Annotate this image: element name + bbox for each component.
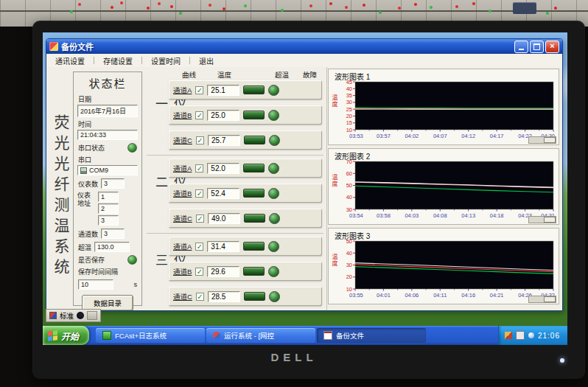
close-button[interactable] [545,41,559,53]
chart-scrollbar[interactable] [528,216,556,223]
date-value: 2016年7月16日 [77,105,138,117]
waveform-chart-1: 101520253035404503:5303:5704:0204:0704:1… [336,79,556,139]
taskbar-task-backup-file[interactable]: 备份文件 [317,328,426,343]
tray-language-icon[interactable] [505,332,512,339]
time-value: 21:04:33 [77,130,138,140]
menu-set-time[interactable]: 设置时间 [142,55,189,66]
svg-text:04:13: 04:13 [461,212,475,219]
window-content: 荧光光纤测温系统 状态栏 日期 2016年7月16日 时间 21:04:33 串… [46,67,562,310]
channel-label: 通道A [173,163,192,173]
channel-label: 通道B [173,266,192,276]
overtemp-led [243,242,265,251]
meter-address-label: 仪表地址 [77,192,94,226]
system-tray: 21:06 [498,326,567,345]
fault-led [268,266,279,277]
overtemp-threshold-input[interactable]: 130.0 [94,242,130,252]
minimize-button[interactable] [514,41,528,53]
overtemp-led [243,267,265,276]
channel-checkbox[interactable]: ✓ [196,215,204,223]
channel-row: 通道A ✓ 31.4 [169,237,322,256]
channel-count-input[interactable]: 3 [101,229,125,239]
svg-text:50: 50 [346,182,352,189]
screen: 备份文件 通讯设置 存储设置 设置时间 退出 [43,32,567,345]
overtemp-led [243,86,265,94]
tray-volume-icon[interactable] [528,332,534,338]
instrument-group-1: 仪表一 通道A ✓ 25.1 通道B ✓ 25.0 [144,79,326,153]
svg-text:04:06: 04:06 [405,292,419,299]
status-panel: 状态栏 日期 2016年7月16日 时间 21:04:33 串口状态 串口 CO… [73,72,142,306]
meter-address-input-3[interactable]: 3 [98,215,119,226]
header-curve: 曲线 [182,69,196,80]
meter-address-input-2[interactable]: 2 [98,203,119,214]
channel-checkbox[interactable]: ✓ [195,111,203,119]
menu-exit[interactable]: 退出 [190,55,223,66]
svg-text:04:03: 04:03 [405,212,419,219]
channel-label: 通道C [173,135,192,145]
meter-address-input-1[interactable]: 1 [98,192,119,202]
svg-text:20: 20 [346,273,352,280]
svg-text:03:58: 03:58 [377,212,391,219]
serial-status-led [127,143,137,153]
backup-file-icon [323,331,332,340]
svg-text:04:08: 04:08 [433,212,447,219]
maximize-button[interactable] [530,41,544,53]
svg-text:35: 35 [346,92,352,99]
menu-storage-settings[interactable]: 存储设置 [94,55,141,66]
temperature-value: 52.4 [207,188,239,199]
task-label: FCAst+日志系统 [115,330,167,341]
waveform-chart-2: 304050607003:5403:5804:0304:0804:1304:18… [336,158,556,219]
save-enabled-label: 是否保存 [78,255,125,265]
data-directory-button[interactable]: 数据目录 [82,295,133,310]
language-bar-options[interactable] [87,311,97,320]
chart-scrollbar[interactable] [528,296,556,303]
serial-label: 串口 [78,155,137,164]
channel-row: 通道B ✓ 52.4 [169,184,322,203]
taskbar-task-run-system[interactable]: 运行系统 - [网控 [206,328,315,343]
input-method-icon[interactable] [49,312,57,319]
task-label: 运行系统 - [网控 [224,330,274,341]
input-method-label[interactable]: 标准 [60,310,74,321]
svg-text:50: 50 [346,238,352,245]
svg-text:40: 40 [346,86,352,92]
task-label: 备份文件 [336,330,364,341]
svg-text:30: 30 [346,262,352,268]
overtemp-led [244,136,265,144]
channel-checkbox[interactable]: ✓ [195,164,203,172]
taskbar-task-log-system[interactable]: FCAst+日志系统 [96,328,205,343]
channel-checkbox[interactable]: ✓ [195,86,203,94]
channel-checkbox[interactable]: ✓ [195,243,203,251]
waveform-panel-1: 波形图表 1 温度 101520253035404503:5303:5704:0… [328,69,559,145]
tray-usb-icon[interactable] [516,331,525,340]
svg-text:45: 45 [346,79,352,86]
svg-text:04:17: 04:17 [490,133,504,139]
channel-checkbox[interactable]: ✓ [196,136,204,144]
meter-count-input[interactable]: 3 [101,178,125,189]
svg-text:70: 70 [346,158,352,165]
menu-comm-settings[interactable]: 通讯设置 [46,55,94,66]
channel-label: 通道A [173,241,192,251]
meter-count-label: 仪表数 [78,179,98,189]
save-interval-input[interactable]: 10 [78,279,113,290]
overtemp-led [243,189,265,198]
fault-led [269,135,280,146]
channel-checkbox[interactable]: ✓ [195,189,203,198]
channel-row: 通道A ✓ 25.1 [169,80,322,100]
svg-text:04:11: 04:11 [433,292,447,299]
window-controls [514,41,559,53]
svg-text:04:07: 04:07 [433,133,447,139]
moon-icon[interactable] [77,312,84,319]
channel-checkbox[interactable]: ✓ [196,293,204,301]
channel-checkbox[interactable]: ✓ [195,268,203,276]
channel-row: 通道C ✓ 49.0 [169,209,322,228]
windows-logo-icon [48,330,57,341]
svg-text:04:12: 04:12 [461,133,475,139]
temperature-value: 25.1 [207,85,239,96]
serial-port-select[interactable]: COM9 [77,165,138,175]
chart-scrollbar[interactable] [528,136,556,144]
channel-label: 通道C [173,213,192,223]
start-button[interactable]: 开始 [43,326,89,345]
svg-text:04:16: 04:16 [461,292,475,299]
taskbar: 开始 FCAst+日志系统 运行系统 - [网控 备份文件 [43,326,567,345]
channel-label: 通道B [173,110,192,120]
status-panel-title: 状态栏 [77,75,138,91]
